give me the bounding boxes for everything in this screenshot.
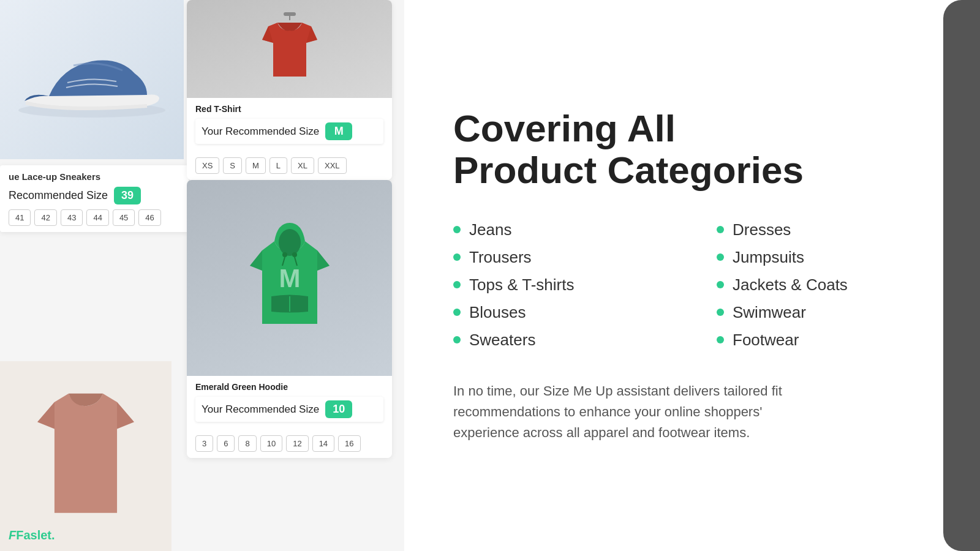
right-panel: Covering All Product Categories Jeans Tr… bbox=[404, 0, 980, 551]
red-tshirt-image bbox=[187, 0, 392, 98]
bullet-footwear bbox=[717, 336, 724, 343]
red-tshirt-name: Red T-Shirt bbox=[195, 104, 383, 114]
faslet-logo-f: F bbox=[9, 528, 16, 542]
svg-point-5 bbox=[282, 252, 287, 257]
bullet-swimwear bbox=[717, 309, 724, 316]
tshirt-svg bbox=[250, 9, 330, 89]
category-dresses-label: Dresses bbox=[733, 220, 791, 239]
size-option-44[interactable]: 44 bbox=[86, 209, 108, 226]
description-text: In no time, our Size Me Up assistant del… bbox=[453, 381, 809, 443]
red-tshirt-size-badge: M bbox=[325, 122, 352, 140]
size-3[interactable]: 3 bbox=[195, 435, 213, 452]
category-jeans: Jeans bbox=[453, 216, 668, 244]
size-6[interactable]: 6 bbox=[217, 435, 235, 452]
svg-rect-1 bbox=[284, 12, 296, 16]
category-jumpsuits-label: Jumpsuits bbox=[733, 248, 804, 267]
category-tops-label: Tops & T-shirts bbox=[469, 276, 574, 294]
size-xl[interactable]: XL bbox=[291, 157, 314, 174]
hoodie-image: M bbox=[187, 180, 392, 376]
size-m[interactable]: M bbox=[246, 157, 266, 174]
size-12[interactable]: 12 bbox=[286, 435, 308, 452]
size-s[interactable]: S bbox=[223, 157, 242, 174]
size-option-46[interactable]: 46 bbox=[138, 209, 160, 226]
size-16[interactable]: 16 bbox=[338, 435, 360, 452]
hoodie-rec-row: Your Recommended Size 10 bbox=[195, 397, 383, 422]
products-column: Red T-Shirt Your Recommended Size M XS S… bbox=[187, 0, 392, 468]
hoodie-info: Emerald Green Hoodie Your Recommended Si… bbox=[187, 376, 392, 430]
size-option-41[interactable]: 41 bbox=[9, 209, 31, 226]
red-tshirt-rec-label: Your Recommended Size bbox=[202, 126, 319, 138]
size-14[interactable]: 14 bbox=[312, 435, 334, 452]
bullet-trousers bbox=[453, 253, 461, 261]
sneaker-rec-row: Recommended Size 39 bbox=[9, 187, 180, 204]
hoodie-rec-label: Your Recommended Size bbox=[202, 403, 319, 416]
sneaker-title: ue Lace-up Sneakers bbox=[9, 171, 180, 182]
red-tshirt-sizes: XS S M L XL XXL bbox=[187, 152, 392, 180]
hoodie-sizes: 3 6 8 10 12 14 16 bbox=[187, 430, 392, 458]
bullet-jeans bbox=[453, 226, 461, 233]
category-trousers-label: Trousers bbox=[469, 248, 532, 267]
red-tshirt-card: Red T-Shirt Your Recommended Size M XS S… bbox=[187, 0, 392, 180]
size-option-43[interactable]: 43 bbox=[61, 209, 83, 226]
category-sweaters: Sweaters bbox=[453, 326, 668, 354]
category-sweaters-label: Sweaters bbox=[469, 331, 535, 350]
svg-text:M: M bbox=[279, 264, 300, 293]
size-xs[interactable]: XS bbox=[195, 157, 219, 174]
sneaker-rec-label: Recommended Size bbox=[9, 189, 108, 202]
main-heading: Covering All Product Categories bbox=[453, 108, 931, 191]
category-jumpsuits: Jumpsuits bbox=[717, 244, 931, 271]
bullet-dresses bbox=[717, 226, 724, 233]
tan-tshirt-area bbox=[0, 361, 172, 551]
svg-point-2 bbox=[279, 229, 301, 256]
shoe-svg bbox=[12, 40, 172, 119]
bullet-sweaters bbox=[453, 336, 461, 343]
left-panel: ue Lace-up Sneakers Recommended Size 39 … bbox=[0, 0, 404, 551]
size-option-45[interactable]: 45 bbox=[113, 209, 135, 226]
faslet-logo-text: Faslet. bbox=[16, 528, 55, 542]
bullet-jumpsuits bbox=[717, 253, 724, 261]
size-10[interactable]: 10 bbox=[260, 435, 282, 452]
hoodie-svg: M bbox=[241, 217, 339, 339]
tan-tshirt-svg bbox=[18, 377, 153, 536]
size-xxl[interactable]: XXL bbox=[318, 157, 347, 174]
categories-col2: Dresses Jumpsuits Jackets & Coats Swimwe… bbox=[717, 216, 931, 354]
size-option-42[interactable]: 42 bbox=[34, 209, 56, 226]
bullet-tops bbox=[453, 281, 461, 288]
sneaker-size-badge: 39 bbox=[114, 187, 141, 204]
category-tops: Tops & T-shirts bbox=[453, 271, 668, 299]
hoodie-card: M Emerald Green Hoodie Your Recommended … bbox=[187, 180, 392, 458]
heading-line1: Covering All bbox=[453, 107, 676, 149]
red-tshirt-info: Red T-Shirt Your Recommended Size M bbox=[187, 98, 392, 152]
category-blouses: Blouses bbox=[453, 299, 668, 326]
size-l[interactable]: L bbox=[270, 157, 287, 174]
size-8[interactable]: 8 bbox=[238, 435, 256, 452]
category-dresses: Dresses bbox=[717, 216, 931, 244]
dark-side-panel bbox=[943, 0, 980, 551]
heading-line2: Product Categories bbox=[453, 149, 804, 191]
svg-point-6 bbox=[292, 252, 297, 257]
category-blouses-label: Blouses bbox=[469, 303, 526, 322]
category-footwear-label: Footwear bbox=[733, 331, 799, 350]
sneaker-size-card: ue Lace-up Sneakers Recommended Size 39 … bbox=[0, 165, 189, 232]
bullet-blouses bbox=[453, 309, 461, 316]
faslet-logo: FFaslet. bbox=[9, 528, 55, 542]
category-footwear: Footwear bbox=[717, 326, 931, 354]
red-tshirt-rec-row: Your Recommended Size M bbox=[195, 119, 383, 144]
hoodie-size-badge: 10 bbox=[325, 400, 352, 418]
category-jackets-label: Jackets & Coats bbox=[733, 276, 848, 294]
bullet-jackets bbox=[717, 281, 724, 288]
category-jackets: Jackets & Coats bbox=[717, 271, 931, 299]
categories-col1: Jeans Trousers Tops & T-shirts Blouses S… bbox=[453, 216, 668, 354]
hoodie-name: Emerald Green Hoodie bbox=[195, 382, 383, 392]
category-swimwear-label: Swimwear bbox=[733, 303, 806, 322]
shoe-image bbox=[0, 0, 184, 159]
category-swimwear: Swimwear bbox=[717, 299, 931, 326]
category-trousers: Trousers bbox=[453, 244, 668, 271]
category-jeans-label: Jeans bbox=[469, 220, 511, 239]
sneaker-size-options: 41 42 43 44 45 46 bbox=[9, 209, 180, 226]
categories-grid: Jeans Trousers Tops & T-shirts Blouses S… bbox=[453, 216, 931, 354]
